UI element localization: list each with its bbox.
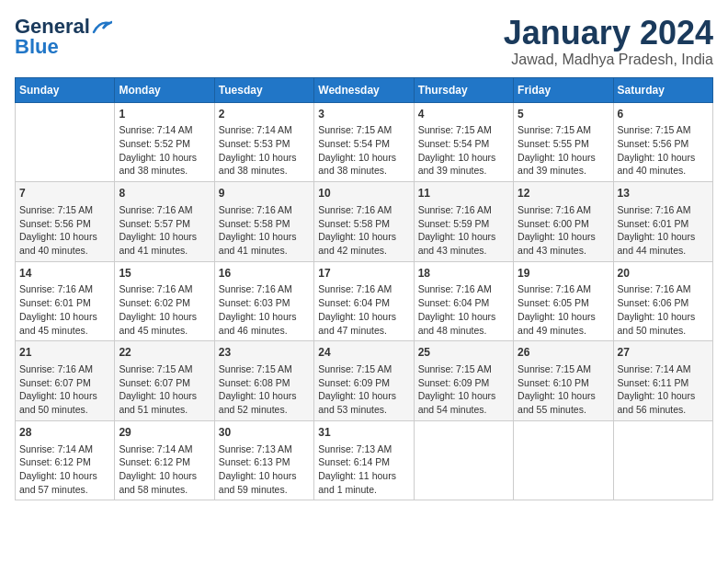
day-number: 29 bbox=[119, 425, 210, 441]
calendar-cell: 13Sunrise: 7:16 AMSunset: 6:01 PMDayligh… bbox=[613, 182, 712, 262]
calendar-cell: 28Sunrise: 7:14 AMSunset: 6:12 PMDayligh… bbox=[16, 420, 115, 500]
sunset-text: Sunset: 6:10 PM bbox=[518, 376, 609, 390]
daylight-text: Daylight: 10 hours and 46 minutes. bbox=[219, 310, 310, 337]
sunset-text: Sunset: 6:09 PM bbox=[418, 376, 509, 390]
sunset-text: Sunset: 6:01 PM bbox=[618, 217, 709, 231]
day-number: 14 bbox=[19, 266, 110, 282]
calendar-cell: 6Sunrise: 7:15 AMSunset: 5:56 PMDaylight… bbox=[613, 102, 712, 182]
day-number: 6 bbox=[618, 107, 709, 122]
calendar-cell: 4Sunrise: 7:15 AMSunset: 5:54 PMDaylight… bbox=[414, 102, 513, 182]
daylight-text: Daylight: 10 hours and 57 minutes. bbox=[19, 469, 110, 496]
sunrise-text: Sunrise: 7:16 AM bbox=[418, 203, 509, 217]
daylight-text: Daylight: 10 hours and 44 minutes. bbox=[618, 230, 709, 257]
sunrise-text: Sunrise: 7:16 AM bbox=[518, 203, 609, 217]
calendar-cell: 27Sunrise: 7:14 AMSunset: 6:11 PMDayligh… bbox=[613, 341, 712, 421]
sunrise-text: Sunrise: 7:16 AM bbox=[119, 203, 210, 217]
daylight-text: Daylight: 10 hours and 48 minutes. bbox=[418, 310, 509, 337]
sunrise-text: Sunrise: 7:15 AM bbox=[318, 123, 409, 137]
sunset-text: Sunset: 6:00 PM bbox=[518, 217, 609, 231]
daylight-text: Daylight: 10 hours and 50 minutes. bbox=[618, 310, 709, 337]
day-number: 26 bbox=[518, 345, 609, 361]
daylight-text: Daylight: 10 hours and 40 minutes. bbox=[19, 230, 110, 257]
weekday-header-monday: Monday bbox=[115, 77, 214, 102]
daylight-text: Daylight: 10 hours and 55 minutes. bbox=[518, 389, 609, 416]
day-number: 27 bbox=[618, 345, 709, 361]
logo-bird-icon bbox=[92, 19, 112, 34]
calendar-cell: 25Sunrise: 7:15 AMSunset: 6:09 PMDayligh… bbox=[414, 341, 513, 421]
calendar-cell: 19Sunrise: 7:16 AMSunset: 6:05 PMDayligh… bbox=[514, 261, 613, 341]
sunrise-text: Sunrise: 7:13 AM bbox=[318, 442, 409, 456]
day-number: 3 bbox=[318, 107, 409, 122]
sunset-text: Sunset: 6:12 PM bbox=[119, 455, 210, 469]
calendar-cell: 14Sunrise: 7:16 AMSunset: 6:01 PMDayligh… bbox=[16, 261, 115, 341]
daylight-text: Daylight: 10 hours and 41 minutes. bbox=[219, 230, 310, 257]
calendar-cell: 7Sunrise: 7:15 AMSunset: 5:56 PMDaylight… bbox=[16, 182, 115, 262]
daylight-text: Daylight: 11 hours and 1 minute. bbox=[318, 469, 409, 496]
sunset-text: Sunset: 6:03 PM bbox=[219, 296, 310, 310]
sunrise-text: Sunrise: 7:16 AM bbox=[219, 203, 310, 217]
daylight-text: Daylight: 10 hours and 59 minutes. bbox=[219, 469, 310, 496]
week-row-3: 14Sunrise: 7:16 AMSunset: 6:01 PMDayligh… bbox=[16, 261, 713, 341]
calendar-cell bbox=[514, 420, 613, 500]
sunrise-text: Sunrise: 7:16 AM bbox=[19, 362, 110, 376]
calendar-cell: 10Sunrise: 7:16 AMSunset: 5:58 PMDayligh… bbox=[314, 182, 414, 262]
day-number: 16 bbox=[219, 266, 310, 282]
sunset-text: Sunset: 5:54 PM bbox=[418, 137, 509, 151]
sunset-text: Sunset: 6:04 PM bbox=[318, 296, 409, 310]
calendar-cell: 12Sunrise: 7:16 AMSunset: 6:00 PMDayligh… bbox=[514, 182, 613, 262]
sunset-text: Sunset: 5:52 PM bbox=[119, 137, 210, 151]
calendar-cell bbox=[16, 102, 115, 182]
sunset-text: Sunset: 6:08 PM bbox=[219, 376, 310, 390]
weekday-header-tuesday: Tuesday bbox=[214, 77, 313, 102]
sunrise-text: Sunrise: 7:14 AM bbox=[119, 442, 210, 456]
daylight-text: Daylight: 10 hours and 39 minutes. bbox=[518, 151, 609, 178]
daylight-text: Daylight: 10 hours and 51 minutes. bbox=[119, 389, 210, 416]
sunrise-text: Sunrise: 7:16 AM bbox=[19, 282, 110, 296]
calendar-cell: 30Sunrise: 7:13 AMSunset: 6:13 PMDayligh… bbox=[214, 420, 313, 500]
daylight-text: Daylight: 10 hours and 38 minutes. bbox=[119, 151, 210, 178]
sunset-text: Sunset: 6:01 PM bbox=[19, 296, 110, 310]
day-number: 5 bbox=[518, 107, 609, 122]
sunset-text: Sunset: 6:04 PM bbox=[418, 296, 509, 310]
sunset-text: Sunset: 6:09 PM bbox=[318, 376, 409, 390]
sunset-text: Sunset: 6:07 PM bbox=[19, 376, 110, 390]
weekday-header-row: SundayMondayTuesdayWednesdayThursdayFrid… bbox=[16, 77, 713, 102]
day-number: 21 bbox=[19, 345, 110, 361]
calendar-cell bbox=[414, 420, 513, 500]
sunset-text: Sunset: 5:54 PM bbox=[318, 137, 409, 151]
week-row-4: 21Sunrise: 7:16 AMSunset: 6:07 PMDayligh… bbox=[16, 341, 713, 421]
day-number: 24 bbox=[318, 345, 409, 361]
daylight-text: Daylight: 10 hours and 38 minutes. bbox=[219, 151, 310, 178]
day-number: 1 bbox=[119, 107, 210, 122]
daylight-text: Daylight: 10 hours and 38 minutes. bbox=[318, 151, 409, 178]
sunrise-text: Sunrise: 7:16 AM bbox=[518, 282, 609, 296]
sunset-text: Sunset: 5:53 PM bbox=[219, 137, 310, 151]
day-number: 19 bbox=[518, 266, 609, 282]
sunset-text: Sunset: 5:58 PM bbox=[318, 217, 409, 231]
sunset-text: Sunset: 5:58 PM bbox=[219, 217, 310, 231]
daylight-text: Daylight: 10 hours and 52 minutes. bbox=[219, 389, 310, 416]
calendar-subtitle: Jawad, Madhya Pradesh, India bbox=[504, 52, 713, 68]
day-number: 25 bbox=[418, 345, 509, 361]
day-number: 20 bbox=[618, 266, 709, 282]
sunrise-text: Sunrise: 7:13 AM bbox=[219, 442, 310, 456]
day-number: 31 bbox=[318, 425, 409, 441]
sunrise-text: Sunrise: 7:16 AM bbox=[219, 282, 310, 296]
week-row-2: 7Sunrise: 7:15 AMSunset: 5:56 PMDaylight… bbox=[16, 182, 713, 262]
sunset-text: Sunset: 5:56 PM bbox=[19, 217, 110, 231]
daylight-text: Daylight: 10 hours and 42 minutes. bbox=[318, 230, 409, 257]
sunrise-text: Sunrise: 7:15 AM bbox=[518, 123, 609, 137]
day-number: 22 bbox=[119, 345, 210, 361]
calendar-cell: 17Sunrise: 7:16 AMSunset: 6:04 PMDayligh… bbox=[314, 261, 414, 341]
daylight-text: Daylight: 10 hours and 53 minutes. bbox=[318, 389, 409, 416]
sunrise-text: Sunrise: 7:16 AM bbox=[618, 282, 709, 296]
daylight-text: Daylight: 10 hours and 43 minutes. bbox=[518, 230, 609, 257]
sunrise-text: Sunrise: 7:14 AM bbox=[19, 442, 110, 456]
day-number: 17 bbox=[318, 266, 409, 282]
calendar-cell: 29Sunrise: 7:14 AMSunset: 6:12 PMDayligh… bbox=[115, 420, 214, 500]
sunrise-text: Sunrise: 7:16 AM bbox=[618, 203, 709, 217]
calendar-cell: 5Sunrise: 7:15 AMSunset: 5:55 PMDaylight… bbox=[514, 102, 613, 182]
calendar-cell: 23Sunrise: 7:15 AMSunset: 6:08 PMDayligh… bbox=[214, 341, 313, 421]
calendar-cell: 18Sunrise: 7:16 AMSunset: 6:04 PMDayligh… bbox=[414, 261, 513, 341]
day-number: 10 bbox=[318, 186, 409, 201]
